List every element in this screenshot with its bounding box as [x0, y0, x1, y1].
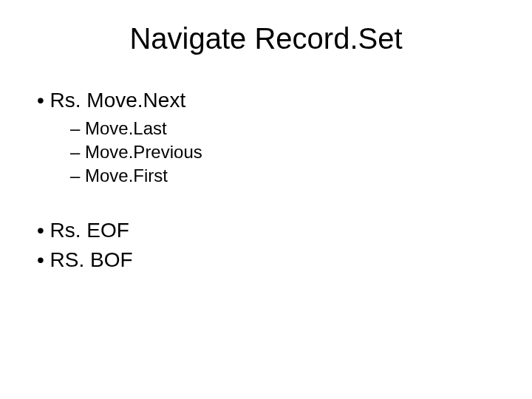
- bullet-subitem-movelast: Move.Last: [70, 118, 502, 139]
- bullet-item-eof: Rs. EOF: [37, 219, 502, 242]
- bullet-item-movenext: Rs. Move.Next: [37, 89, 502, 112]
- slide-title: Navigate Record.Set: [30, 22, 502, 55]
- bullet-item-bof: RS. BOF: [37, 248, 502, 272]
- bullet-subitem-moveprevious: Move.Previous: [70, 142, 502, 163]
- bullet-subitem-movefirst: Move.First: [70, 166, 502, 186]
